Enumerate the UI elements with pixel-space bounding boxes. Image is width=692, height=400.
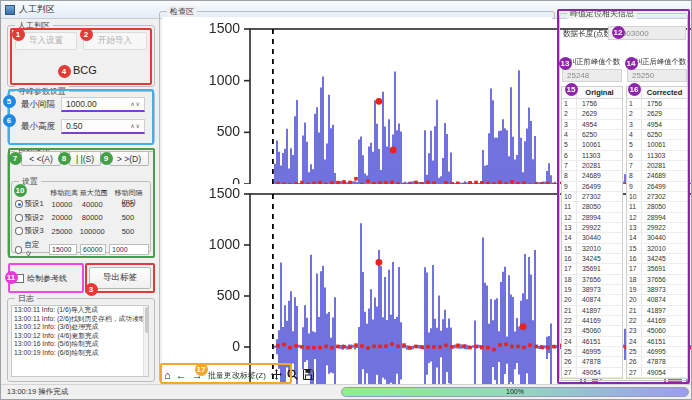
row-index: 27 <box>562 368 577 377</box>
home-icon[interactable]: ⌂ <box>164 369 171 381</box>
table-row[interactable]: 1027302 <box>562 192 622 202</box>
table-row[interactable]: 11756 <box>562 99 622 109</box>
before-count-field: 25248 <box>562 69 622 82</box>
table-row[interactable]: 1735691 <box>627 264 687 274</box>
table-row[interactable]: 2141897 <box>627 306 687 316</box>
table-row[interactable]: 1228994 <box>627 213 687 223</box>
row-index: 9 <box>562 182 577 191</box>
original-peaks-table[interactable]: Original11756226293495446250510061611303… <box>561 86 623 379</box>
table-row[interactable]: 1938973 <box>562 285 622 295</box>
peak-sample-value: 34245 <box>642 254 687 263</box>
table-row[interactable]: 2749054 <box>562 368 622 378</box>
table-row[interactable]: 1837656 <box>562 275 622 285</box>
export-labels-button[interactable]: 导出标签 <box>89 267 151 289</box>
forward-icon[interactable]: → <box>192 369 203 381</box>
min-interval-input[interactable] <box>62 99 130 109</box>
value-col-header: Original <box>577 87 622 98</box>
table-row[interactable]: 46250 <box>627 130 687 140</box>
table-row[interactable]: 2446151 <box>562 337 622 347</box>
pan-icon[interactable] <box>271 366 282 384</box>
table-row[interactable]: 22629 <box>562 109 622 119</box>
table-row[interactable]: 824689 <box>627 171 687 181</box>
table-row[interactable]: 1634245 <box>562 254 622 264</box>
row-index: 10 <box>562 192 577 201</box>
preset-radio[interactable] <box>15 214 23 222</box>
ref-line-checkbox[interactable]: 绘制参考线 <box>15 273 67 284</box>
zoom-icon[interactable] <box>287 366 298 384</box>
spin-arrows-icon[interactable]: ∧∨ <box>130 102 144 107</box>
table-row[interactable]: 1532010 <box>627 244 687 254</box>
table-row[interactable]: 2141897 <box>562 306 622 316</box>
table-row[interactable]: 1128050 <box>627 202 687 212</box>
table-row[interactable]: 2244169 <box>627 316 687 326</box>
table-row[interactable]: 926499 <box>562 182 622 192</box>
table-row[interactable]: 34954 <box>562 120 622 130</box>
back-icon[interactable]: ← <box>176 369 187 381</box>
table-row[interactable]: 2546995 <box>627 347 687 357</box>
table-row[interactable]: 1128050 <box>562 202 622 212</box>
batch-edit-labels-button[interactable]: 批量更改标签(Z) <box>208 370 266 381</box>
play-forward-button[interactable]: > >(D) <box>109 151 149 166</box>
table-row[interactable]: 1329922 <box>562 223 622 233</box>
corrected-peaks-table[interactable]: Corrected1175622629349544625051006161130… <box>626 86 688 379</box>
table-row[interactable]: 46250 <box>562 130 622 140</box>
play-pause-button[interactable]: | |(S) <box>69 151 101 166</box>
data-length-label: 数据长度(点数) <box>563 29 614 39</box>
table-row[interactable]: 1228994 <box>562 213 622 223</box>
start-import-button[interactable]: 开始导入 <box>83 32 147 50</box>
row-index: 1 <box>562 99 577 108</box>
table-row[interactable]: 1027302 <box>627 192 687 202</box>
min-height-input[interactable] <box>62 121 130 131</box>
table-row[interactable]: 1430440 <box>562 233 622 243</box>
table-row[interactable]: 926499 <box>627 182 687 192</box>
play-forward-label: > >(D) <box>117 154 141 164</box>
table-row[interactable]: 510061 <box>562 140 622 150</box>
table-row[interactable]: 2546995 <box>562 347 622 357</box>
table-row[interactable]: 1735691 <box>562 264 622 274</box>
table-row[interactable]: 2244169 <box>562 316 622 326</box>
checkbox-icon[interactable] <box>15 274 24 283</box>
table-row[interactable]: 1329922 <box>627 223 687 233</box>
table-row[interactable]: 2040874 <box>562 295 622 305</box>
row-index: 12 <box>627 213 642 222</box>
row-index: 16 <box>627 254 642 263</box>
spin-arrows-icon[interactable]: ∧∨ <box>130 124 144 129</box>
preset-custom-input[interactable] <box>80 244 106 255</box>
save-icon[interactable] <box>303 366 314 384</box>
table-row[interactable]: 720281 <box>562 161 622 171</box>
table-row[interactable]: 2647878 <box>562 357 622 367</box>
import-settings-button[interactable]: 导入设置 <box>15 32 77 50</box>
table-row[interactable]: 1532010 <box>562 244 622 254</box>
table-row[interactable]: 2040874 <box>627 295 687 305</box>
table-row[interactable]: 2345060 <box>562 326 622 336</box>
table-row[interactable]: 1837656 <box>627 275 687 285</box>
table-row[interactable]: 2345060 <box>627 326 687 336</box>
row-index: 2 <box>627 109 642 118</box>
log-scrollbar[interactable] <box>143 306 148 376</box>
table-row[interactable]: 1938973 <box>627 285 687 295</box>
table-row[interactable]: 2749054 <box>627 368 687 378</box>
table-row[interactable]: 1634245 <box>627 254 687 264</box>
table-row[interactable]: 2446151 <box>627 337 687 347</box>
play-back-button[interactable]: < <(A) <box>21 151 61 166</box>
table-row[interactable]: 824689 <box>562 171 622 181</box>
preset-custom-input[interactable] <box>109 244 149 255</box>
table-row[interactable]: 510061 <box>627 140 687 150</box>
preset-radio[interactable] <box>15 246 22 254</box>
min-height-spinbox[interactable]: ∧∨ <box>61 119 145 134</box>
log-output[interactable]: 13:00:11 Info: (1/6)导入完成13:00:11 Info: (… <box>11 305 149 377</box>
peak-sample-value: 20281 <box>642 161 687 170</box>
table-row[interactable]: 611303 <box>627 151 687 161</box>
table-row[interactable]: 720281 <box>627 161 687 171</box>
preset-custom-input[interactable] <box>49 244 77 255</box>
table-row[interactable]: 611303 <box>562 151 622 161</box>
peak-sample-value: 47878 <box>642 357 687 366</box>
table-row[interactable]: 11756 <box>627 99 687 109</box>
table-row[interactable]: 2647878 <box>627 357 687 367</box>
table-row[interactable]: 34954 <box>627 120 687 130</box>
min-interval-spinbox[interactable]: ∧∨ <box>61 97 145 112</box>
preset-radio[interactable] <box>15 227 23 235</box>
table-row[interactable]: 1430440 <box>627 233 687 243</box>
table-row[interactable]: 22629 <box>627 109 687 119</box>
preset-radio[interactable] <box>15 200 23 208</box>
